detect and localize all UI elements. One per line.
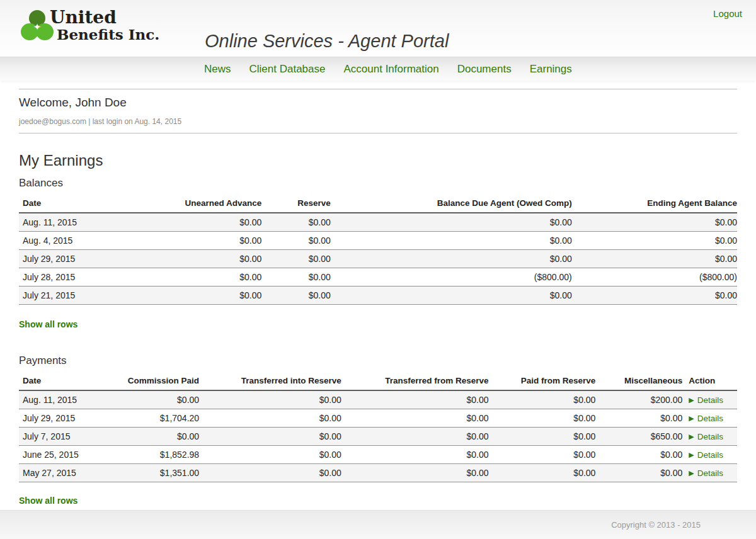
clover-logo-icon: ✦ <box>21 10 54 42</box>
play-icon: ▶ <box>689 414 694 423</box>
table-row: Aug. 11, 2015 $0.00 $0.00 $0.00 $0.00 $2… <box>19 390 737 409</box>
col-ending-agent-balance: Ending Agent Balance <box>572 195 737 213</box>
col-miscellaneous: Miscellaneous <box>595 373 682 390</box>
balances-table: Date Unearned Advance Reserve Balance Du… <box>19 195 737 305</box>
col-date: Date <box>19 373 113 390</box>
table-row: May 27, 2015 $1,351.00 $0.00 $0.00 $0.00… <box>19 464 737 482</box>
table-row: July 28, 2015 $0.00 $0.00 ($800.00) ($80… <box>19 268 737 287</box>
details-label: Details <box>697 395 723 405</box>
table-row: July 29, 2015 $0.00 $0.00 $0.00 $0.00 <box>19 250 737 268</box>
col-action: Action <box>682 373 737 390</box>
copyright-text: Copyright © 2013 - 2015 <box>611 520 701 530</box>
details-link[interactable]: ▶Details <box>689 432 723 441</box>
balances-section: Balances Date Unearned Advance Reserve B… <box>19 177 737 330</box>
balances-show-all-rows-link[interactable]: Show all rows <box>19 319 77 329</box>
details-label: Details <box>697 414 723 423</box>
col-commission-paid: Commission Paid <box>113 373 199 390</box>
details-link[interactable]: ▶Details <box>689 395 723 405</box>
play-icon: ▶ <box>689 433 694 441</box>
nav-item-client-database[interactable]: Client Database <box>249 63 326 76</box>
logo-line1: United <box>50 9 159 26</box>
col-reserve: Reserve <box>261 195 330 213</box>
nav-item-earnings[interactable]: Earnings <box>530 63 572 76</box>
col-transferred-into-reserve: Transferred into Reserve <box>199 373 341 390</box>
payments-heading: Payments <box>19 355 737 367</box>
details-label: Details <box>697 450 723 460</box>
play-icon: ▶ <box>689 396 694 404</box>
details-link[interactable]: ▶Details <box>689 450 723 460</box>
table-row: July 7, 2015 $0.00 $0.00 $0.00 $0.00 $65… <box>19 428 737 446</box>
play-icon: ▶ <box>689 451 694 459</box>
payments-table: Date Commission Paid Transferred into Re… <box>19 373 737 482</box>
welcome-greeting: Welcome, John Doe <box>19 96 737 110</box>
col-unearned-advance: Unearned Advance <box>126 195 261 213</box>
company-logo[interactable]: ✦ United Benefits Inc. <box>21 8 172 52</box>
welcome-box: Welcome, John Doe joedoe@bogus.com | las… <box>19 89 737 133</box>
table-row: Aug. 11, 2015 $0.00 $0.00 $0.00 $0.00 <box>19 213 737 232</box>
table-row: July 29, 2015 $1,704.20 $0.00 $0.00 $0.0… <box>19 409 737 428</box>
table-row: July 21, 2015 $0.00 $0.00 $0.00 $0.00 <box>19 287 737 305</box>
balances-header-row: Date Unearned Advance Reserve Balance Du… <box>19 195 737 213</box>
payments-header-row: Date Commission Paid Transferred into Re… <box>19 373 737 390</box>
main-content: Welcome, John Doe joedoe@bogus.com | las… <box>0 89 756 506</box>
col-transferred-from-reserve: Transferred from Reserve <box>341 373 489 390</box>
sparkle-icon: ✦ <box>33 22 42 31</box>
col-date: Date <box>19 195 126 213</box>
details-link[interactable]: ▶Details <box>689 468 723 478</box>
logo-line2: Benefits Inc. <box>57 27 159 42</box>
page-header: ✦ United Benefits Inc. Online Services -… <box>0 0 756 57</box>
col-paid-from-reserve: Paid from Reserve <box>489 373 596 390</box>
balances-heading: Balances <box>19 177 737 190</box>
welcome-meta: joedoe@bogus.com | last login on Aug. 14… <box>19 117 737 126</box>
nav-item-news[interactable]: News <box>204 63 231 76</box>
details-label: Details <box>697 432 723 441</box>
details-label: Details <box>697 468 723 478</box>
nav-item-account-information[interactable]: Account Information <box>343 63 438 76</box>
details-link[interactable]: ▶Details <box>689 414 723 423</box>
nav-item-documents[interactable]: Documents <box>457 63 512 76</box>
page-title: Online Services - Agent Portal <box>205 31 449 52</box>
agent-portal-page: ✦ United Benefits Inc. Online Services -… <box>0 0 756 539</box>
payments-section: Payments Date Commission Paid Transferre… <box>19 355 737 506</box>
my-earnings-title: My Earnings <box>19 152 737 169</box>
payments-show-all-rows-link[interactable]: Show all rows <box>19 496 77 506</box>
table-row: June 25, 2015 $1,852.98 $0.00 $0.00 $0.0… <box>19 446 737 464</box>
logo-text: United Benefits Inc. <box>50 9 159 42</box>
logout-link[interactable]: Logout <box>713 8 742 19</box>
page-footer: Copyright © 2013 - 2015 <box>0 510 756 539</box>
col-balance-due-agent: Balance Due Agent (Owed Comp) <box>331 195 572 213</box>
table-row: Aug. 4, 2015 $0.00 $0.00 $0.00 $0.00 <box>19 232 737 250</box>
main-nav: News Client Database Account Information… <box>0 57 756 81</box>
play-icon: ▶ <box>689 469 694 477</box>
